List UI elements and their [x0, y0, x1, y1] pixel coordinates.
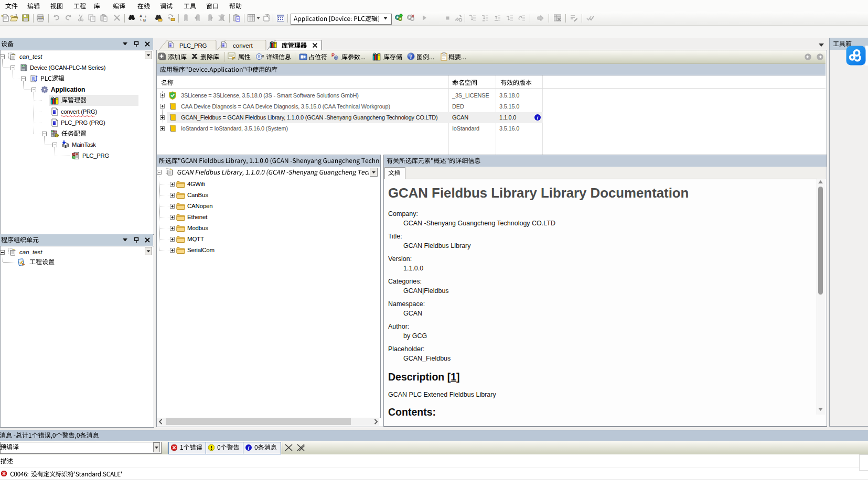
svg-text:A: A — [140, 14, 142, 18]
svg-text:B: B — [143, 18, 146, 22]
svg-text:i: i — [248, 445, 250, 451]
svg-text:i: i — [410, 54, 412, 60]
svg-text:i: i — [537, 115, 539, 121]
